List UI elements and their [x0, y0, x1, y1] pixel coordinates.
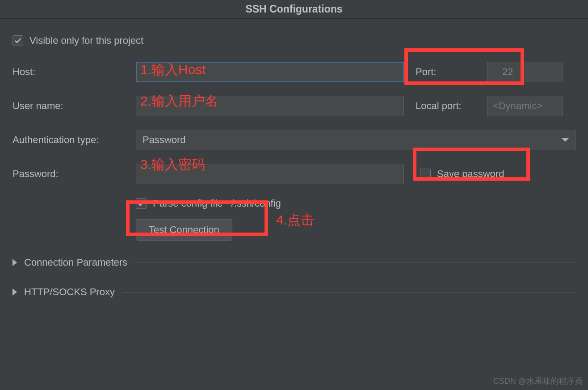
save-password-checkbox[interactable]	[420, 169, 431, 179]
username-label: User name:	[13, 100, 136, 112]
test-connection-button[interactable]: Test Connection	[136, 219, 232, 241]
disclosure-triangle-icon	[13, 259, 17, 266]
parse-config-checkbox[interactable]	[136, 198, 147, 209]
username-input[interactable]	[136, 96, 404, 116]
page-title: SSH Configurations	[245, 3, 342, 15]
host-label: Host:	[13, 66, 136, 78]
disclosure-triangle-icon	[13, 288, 17, 296]
local-port-input[interactable]	[487, 96, 563, 116]
watermark: CSDN @水果味的程序员	[493, 376, 583, 386]
section-conn-params-label: Connection Parameters	[24, 257, 127, 268]
title-bar: SSH Configurations	[0, 0, 588, 19]
auth-type-label: Authentication type:	[13, 134, 136, 146]
visible-only-label: Visible only for this project	[29, 35, 143, 47]
local-port-label: Local port:	[416, 100, 487, 112]
parse-config-label: Parse config file ~/.ssh/config	[153, 198, 281, 209]
visible-only-checkbox[interactable]	[13, 35, 23, 46]
port-input[interactable]	[487, 62, 528, 82]
divider	[134, 263, 575, 263]
port-stepper[interactable]	[528, 62, 563, 82]
form-area: Visible only for this project Host: Port…	[0, 19, 588, 298]
host-input[interactable]	[136, 62, 404, 82]
section-http-socks-proxy[interactable]: HTTP/SOCKS Proxy	[13, 286, 575, 298]
test-connection-label: Test Connection	[149, 224, 219, 236]
section-connection-parameters[interactable]: Connection Parameters	[13, 257, 575, 268]
password-label: Password:	[13, 168, 136, 180]
section-proxy-label: HTTP/SOCKS Proxy	[24, 286, 115, 298]
password-input[interactable]	[136, 164, 404, 184]
auth-type-value: Password	[143, 134, 186, 146]
auth-type-select[interactable]: Password	[136, 130, 575, 150]
port-label: Port:	[416, 66, 487, 78]
chevron-down-icon	[562, 138, 569, 142]
save-password-label: Save password	[437, 168, 504, 180]
divider	[122, 292, 575, 292]
